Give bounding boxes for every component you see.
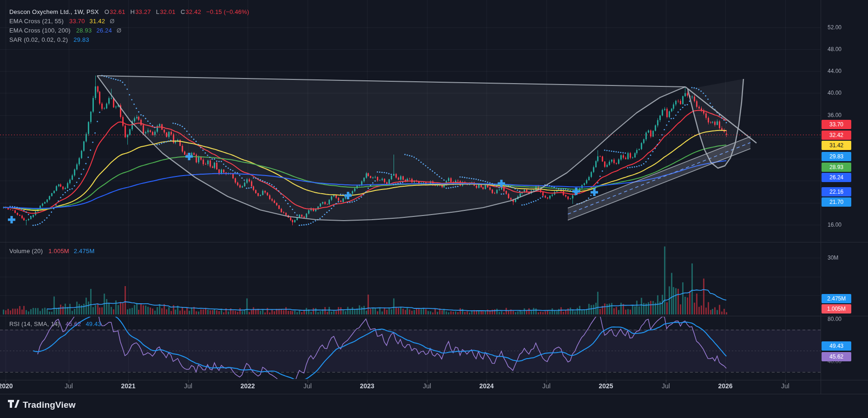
axis-scale-label: 16.00 [828, 222, 842, 228]
legend-item: 28.93 [76, 27, 92, 34]
price-tag: 26.24 [822, 173, 851, 182]
legend-item: 32.42 [185, 8, 201, 15]
time-axis-label: 2021 [121, 382, 135, 390]
tradingview-logo[interactable]: TradingView [7, 399, 76, 410]
legend-item: 49.43 [85, 320, 101, 327]
legend-item: 2.475M [74, 248, 95, 255]
time-axis-label: Jul [781, 382, 789, 390]
volume-indicator-row[interactable]: Volume (20)1.005M2.475M [9, 247, 94, 256]
legend-item: RSI (14, SMA, 14) [9, 320, 60, 327]
legend-item: O [105, 8, 109, 15]
legend-item: 32.01 [160, 8, 176, 15]
time-axis-label: 2024 [479, 382, 493, 390]
legend-item: −0.15 (−0.46%) [206, 8, 249, 15]
time-axis-label: 2020 [0, 382, 13, 390]
legend-item: Ø [117, 27, 121, 34]
legend-item: 45.62 [66, 320, 81, 327]
rsi-indicator-row[interactable]: RSI (14, SMA, 14)45.6249.43 [9, 320, 101, 329]
axis-scale-label: 48.00 [828, 46, 842, 52]
tradingview-chart-window: Descon Oxychem Ltd., 1W, PSXO32.61H33.27… [0, 0, 868, 418]
legend-item: Ø [110, 18, 114, 25]
legend-item: EMA Cross (100, 200) [9, 27, 71, 34]
legend-item: 33.70 [69, 18, 85, 25]
tradingview-logo-text: TradingView [23, 400, 76, 410]
volume-legend: Volume (20)1.005M2.475M [9, 247, 94, 256]
legend-item: C [181, 8, 185, 15]
price-tag: 33.70 [822, 120, 851, 129]
price-tag: 28.93 [822, 163, 851, 172]
time-axis-label: Jul [662, 382, 670, 390]
sar-indicator-row[interactable]: SAR (0.02, 0.02, 0.2)29.83 [9, 35, 249, 45]
chart-canvas[interactable] [0, 0, 868, 418]
tradingview-logo-icon [7, 399, 20, 410]
time-axis-label: Jul [303, 382, 312, 390]
axis-scale-label: 36.00 [828, 112, 842, 118]
price-tag: 49.43 [822, 341, 851, 351]
legend-item: SAR (0.02, 0.02, 0.2) [9, 36, 68, 43]
price-tag: 21.70 [822, 197, 851, 207]
legend-item: EMA Cross (21, 55) [9, 18, 64, 25]
time-axis-label: Jul [65, 382, 73, 390]
legend-item: Volume (20) [9, 248, 43, 255]
axis-scale-label: 40.00 [828, 90, 842, 96]
time-axis-label: Jul [423, 382, 431, 390]
ema-cross-100-200-row[interactable]: EMA Cross (100, 200)28.9326.24Ø [9, 26, 249, 35]
axis-scale-label: 52.00 [828, 24, 842, 31]
time-axis-label: Jul [184, 382, 192, 390]
main-legend: Descon Oxychem Ltd., 1W, PSXO32.61H33.27… [9, 7, 249, 45]
price-tag: 29.83 [822, 152, 851, 161]
legend-item: L [156, 8, 159, 15]
time-axis-label: Jul [542, 382, 551, 390]
symbol-ohlc-row[interactable]: Descon Oxychem Ltd., 1W, PSXO32.61H33.27… [9, 7, 249, 17]
price-tag: 32.42 [822, 131, 851, 140]
time-axis-label: 2022 [240, 382, 255, 390]
price-tag: 1.005M [822, 304, 851, 314]
ema-cross-21-55-row[interactable]: EMA Cross (21, 55)33.7031.42Ø [9, 17, 249, 26]
legend-item: 32.61 [110, 8, 125, 15]
price-tag: 22.16 [822, 187, 851, 196]
legend-item: H [131, 8, 135, 15]
legend-item: 29.83 [73, 36, 89, 43]
legend-item: Descon Oxychem Ltd., 1W, PSX [9, 8, 99, 15]
legend-item: 31.42 [90, 18, 105, 25]
legend-item: 33.27 [135, 8, 151, 15]
rsi-legend: RSI (14, SMA, 14)45.6249.43 [9, 320, 101, 329]
price-tag: 45.62 [822, 352, 851, 361]
price-tag: 2.475M [822, 294, 851, 303]
axis-scale-label: 44.00 [828, 68, 842, 74]
axis-scale-label: 80.00 [828, 316, 842, 322]
legend-item: 1.005M [48, 248, 69, 255]
legend-item: 26.24 [96, 27, 112, 34]
time-axis-label: 2025 [598, 382, 613, 390]
axis-scale-label: 30M [828, 255, 838, 261]
time-axis-label: 2026 [718, 382, 732, 390]
price-tag: 31.42 [822, 141, 851, 150]
time-axis-label: 2023 [360, 382, 374, 390]
